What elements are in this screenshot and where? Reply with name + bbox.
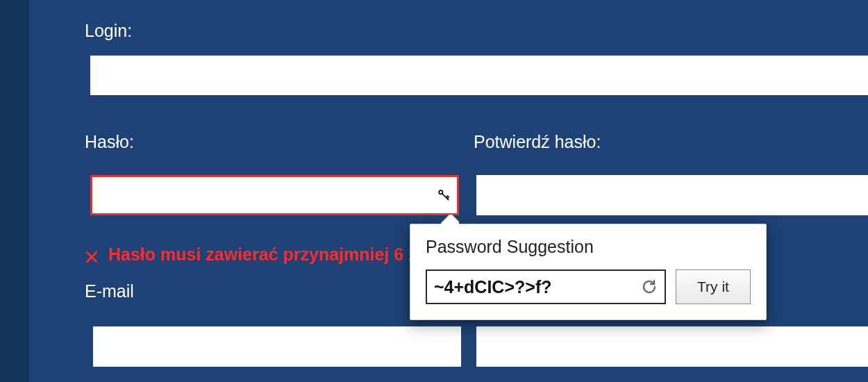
popover-row: ~4+dCIC>?>f? Try it: [426, 269, 751, 304]
key-icon[interactable]: [437, 188, 451, 202]
password-label: Hasło:: [85, 132, 134, 152]
refresh-icon[interactable]: [641, 279, 658, 295]
login-label: Login:: [85, 21, 132, 41]
try-it-button[interactable]: Try it: [676, 269, 751, 304]
password-field-wrapper: [90, 175, 459, 215]
left-strip: [0, 0, 29, 382]
error-x-icon: [85, 248, 99, 262]
suggested-password-text: ~4+dCIC>?>f?: [434, 277, 641, 297]
email-input[interactable]: [93, 326, 461, 367]
popover-title: Password Suggestion: [426, 237, 751, 257]
suggested-password-box: ~4+dCIC>?>f?: [426, 269, 666, 304]
email-confirm-input[interactable]: [476, 326, 868, 367]
password-suggestion-popover: Password Suggestion ~4+dCIC>?>f? Try it: [410, 224, 767, 320]
registration-form: Login: Hasło: Potwierdź hasło: Hasło mus…: [29, 0, 868, 382]
login-input[interactable]: [90, 56, 868, 95]
email-label: E-mail: [85, 281, 134, 301]
error-text: Hasło musi zawierać przynajmniej 6 zn: [108, 244, 428, 265]
password-error-message: Hasło musi zawierać przynajmniej 6 zn: [85, 244, 428, 265]
confirm-password-label: Potwierdź hasło:: [474, 132, 601, 152]
confirm-password-input[interactable]: [476, 175, 868, 215]
password-input[interactable]: [90, 175, 459, 215]
popover-caret: [441, 215, 459, 224]
